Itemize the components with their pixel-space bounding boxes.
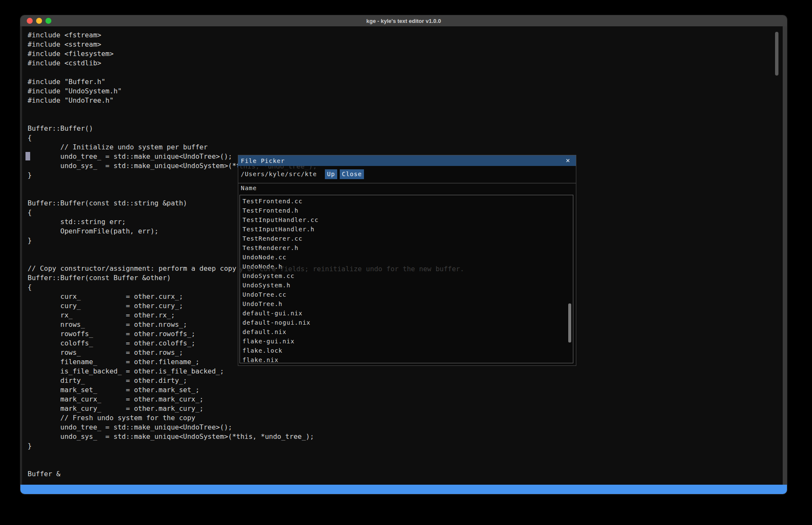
file-list-item[interactable]: default-nogui.nix: [240, 318, 573, 327]
window-title: kge - kyle's text editor v1.0.0: [20, 18, 787, 24]
file-picker-title: File Picker: [241, 157, 285, 164]
file-list-item[interactable]: TestRenderer.cc: [240, 234, 573, 243]
close-picker-button[interactable]: Close: [340, 169, 364, 179]
file-list-item[interactable]: UndoNode.cc: [240, 253, 573, 262]
file-picker-close-icon[interactable]: ✕: [563, 156, 572, 165]
window-left-edge: [20, 26, 22, 492]
file-list-item[interactable]: UndoSystem.cc: [240, 271, 573, 281]
file-rows-container: TestFrontend.ccTestFrontend.hTestInputHa…: [240, 197, 573, 363]
file-list-item[interactable]: flake.nix: [240, 355, 573, 363]
editor-scrollbar-thumb[interactable]: [775, 32, 778, 76]
window-titlebar[interactable]: kge - kyle's text editor v1.0.0: [20, 15, 787, 26]
file-list-item[interactable]: UndoSystem.h: [240, 281, 573, 290]
file-list-item[interactable]: flake.lock: [240, 346, 573, 355]
close-window-button[interactable]: [27, 18, 33, 24]
file-picker-titlebar[interactable]: File Picker ✕: [238, 155, 576, 166]
file-list-scrollbar-thumb[interactable]: [568, 303, 571, 343]
file-list[interactable]: TestFrontend.ccTestFrontend.hTestInputHa…: [240, 195, 573, 363]
file-list-item[interactable]: default.nix: [240, 327, 573, 337]
file-list-item[interactable]: TestFrontend.h: [240, 206, 573, 215]
file-list-item[interactable]: flake-gui.nix: [240, 337, 573, 346]
file-list-item[interactable]: TestInputHandler.cc: [240, 215, 573, 225]
file-list-item[interactable]: TestRenderer.h: [240, 243, 573, 253]
file-list-item[interactable]: default-gui.nix: [240, 309, 573, 318]
file-list-item[interactable]: TestFrontend.cc: [240, 197, 573, 206]
file-list-item[interactable]: TestInputHandler.h: [240, 225, 573, 234]
minimize-window-button[interactable]: [36, 18, 42, 24]
file-list-item[interactable]: UndoTree.h: [240, 299, 573, 309]
file-list-item[interactable]: UndoTree.cc: [240, 290, 573, 299]
name-column-header: Name: [241, 185, 257, 191]
zoom-window-button[interactable]: [45, 18, 51, 24]
window-right-gutter: [783, 26, 787, 494]
status-bar: kge v1.0.0 [1/1] Buffer.cc 486L Open Fil…: [20, 485, 787, 494]
traffic-lights: [27, 18, 51, 24]
path-separator-line: [238, 183, 576, 183]
file-list-item[interactable]: UndoNode.h: [240, 262, 573, 271]
up-directory-button[interactable]: Up: [325, 169, 337, 179]
file-picker-path-row: /Users/kyle/src/kte Up Close: [238, 166, 576, 183]
file-picker-dialog: this, *undo_tree_); y of core fields; re…: [238, 155, 576, 366]
current-path-label: /Users/kyle/src/kte: [241, 171, 317, 177]
